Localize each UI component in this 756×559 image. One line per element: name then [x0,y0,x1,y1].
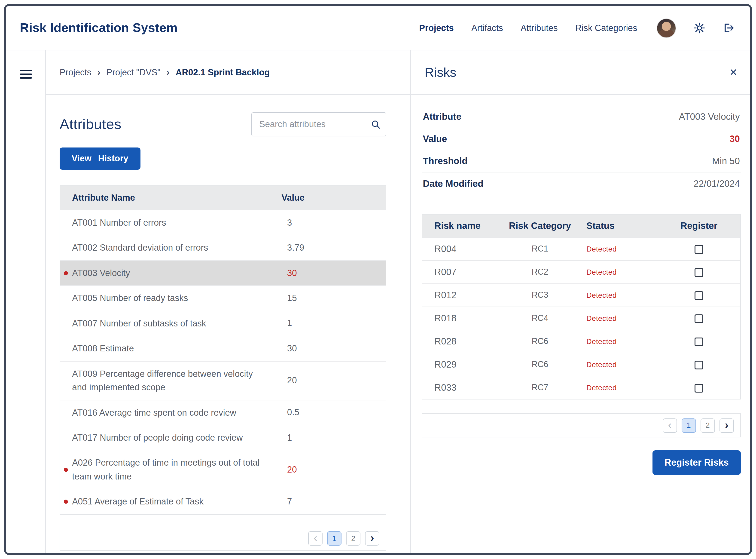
detail-label: Threshold [423,156,467,166]
attribute-row[interactable]: AT001 Number of errors 3 [60,210,386,235]
attribute-name-cell: AT001 Number of errors [60,210,275,235]
detail-label: Date Modified [423,178,483,189]
nav-projects[interactable]: Projects [419,23,454,33]
search-icon[interactable] [371,119,381,130]
register-checkbox[interactable] [694,337,703,346]
risk-name-cell: R029 [422,353,495,376]
top-header: Risk Identification System Projects Arti… [6,6,750,50]
detail-row-date-modified: Date Modified 22/01/2024 [422,173,741,195]
attribute-name: A026 Percentage of time in meetings out … [72,458,259,481]
attribute-name-cell: AT008 Estimate [60,336,275,361]
attribute-row[interactable]: AT005 Number of ready tasks 15 [60,286,386,311]
next-page-button[interactable]: › [719,418,734,432]
nav-attributes[interactable]: Attributes [521,23,558,33]
attribute-value-cell: 3.79 [275,237,386,259]
attribute-row[interactable]: AT007 Number of subtasks of task 1 [60,311,386,336]
attribute-details: Attribute AT003 Velocity Value 30 Thresh… [422,106,741,195]
attribute-name-cell: A051 Average of Estimate of Task [60,489,275,514]
page-2-button[interactable]: 2 [346,531,360,545]
nav-artifacts[interactable]: Artifacts [471,23,503,33]
nav-risk-categories[interactable]: Risk Categories [575,23,637,33]
risk-register-cell [658,284,740,307]
close-icon[interactable]: × [725,64,742,81]
register-checkbox[interactable] [694,314,703,323]
attribute-name-cell: AT007 Number of subtasks of task [60,311,275,336]
risk-row: R029 RC6 Detected [422,353,740,376]
attributes-toolbar: Attributes [60,112,386,136]
risk-category-cell: RC7 [495,377,584,399]
hamburger-menu-icon[interactable] [20,70,32,79]
attribute-value-cell: 20 [275,459,386,480]
breadcrumb: Projects › Project "DVS" › AR02.1 Sprint… [46,50,410,95]
attribute-row[interactable]: AT009 Percentage difference between velo… [60,361,386,400]
risks-table-header: Risk name Risk Category Status Register [422,215,740,237]
risk-status-badge: Detected [585,239,658,259]
risk-row: R018 RC4 Detected [422,307,740,330]
screenshot-stage: Risk Identification System Projects Arti… [0,0,756,559]
risk-category-cell: RC1 [495,238,584,260]
risk-category-cell: RC6 [495,331,584,352]
left-rail [6,50,46,553]
risk-row: R012 RC3 Detected [422,284,740,307]
register-checkbox[interactable] [694,268,703,277]
risks-pagination: ‹ 1 2 › [422,413,741,438]
risk-register-cell [658,307,740,330]
risk-row: R033 RC7 Detected [422,376,740,399]
page-1-button[interactable]: 1 [327,531,341,545]
attribute-row[interactable]: AT008 Estimate 30 [60,336,386,361]
risk-register-cell [658,330,740,353]
breadcrumb-projects[interactable]: Projects [60,67,91,77]
register-checkbox[interactable] [694,245,703,254]
attribute-row[interactable]: AT016 Average time spent on code review … [60,400,386,425]
attribute-value-cell: 0.5 [275,402,386,423]
risks-panel-header: Risks × [411,50,750,95]
attributes-pagination: ‹ 1 2 › [60,527,386,551]
attribute-name-cell: AT017 Number of people doing code review [60,425,275,450]
settings-gear-icon[interactable] [693,22,705,34]
attribute-name: AT003 Velocity [72,268,130,278]
col-status: Status [585,215,658,237]
logout-icon[interactable] [723,22,734,34]
breadcrumb-current-artifact: AR02.1 Sprint Backlog [175,67,270,77]
alert-dot-icon [64,271,68,275]
attribute-value-cell: 30 [275,338,386,359]
attribute-value-cell: 20 [275,370,386,391]
risks-panel: Risks × Attribute AT003 Velocity Value 3… [411,50,750,553]
risk-category-cell: RC2 [495,261,584,283]
breadcrumb-project-dvs[interactable]: Project "DVS" [107,67,161,77]
register-risks-button[interactable]: Register Risks [653,450,741,475]
attribute-row[interactable]: AT017 Number of people doing code review… [60,425,386,450]
register-checkbox[interactable] [694,361,703,370]
page-1-button[interactable]: 1 [682,418,696,432]
col-value: Value [275,186,386,210]
risk-status-badge: Detected [585,331,658,352]
attribute-value-cell: 7 [275,491,386,512]
attribute-value-cell: 1 [275,427,386,448]
next-page-button[interactable]: › [365,531,379,545]
user-avatar[interactable] [657,18,676,38]
risk-status-badge: Detected [585,354,658,375]
search-input[interactable] [252,112,386,136]
attribute-value-cell: 15 [275,288,386,309]
attribute-row[interactable]: AT002 Standard deviation of errors 3.79 [60,235,386,260]
prev-page-button[interactable]: ‹ [308,531,323,545]
attribute-row-selected[interactable]: AT003 Velocity 30 [60,260,386,286]
risk-name-cell: R033 [422,376,495,399]
attribute-row-flagged[interactable]: A051 Average of Estimate of Task 7 [60,489,386,514]
attribute-name-cell: AT002 Standard deviation of errors [60,236,275,260]
risk-name-cell: R018 [422,307,495,330]
app-title: Risk Identification System [20,21,178,35]
register-checkbox[interactable] [694,291,703,300]
attribute-row-flagged[interactable]: A026 Percentage of time in meetings out … [60,450,386,489]
risk-row: R028 RC6 Detected [422,330,740,353]
attribute-name-cell: AT016 Average time spent on code review [60,400,275,425]
attribute-name-cell: AT005 Number of ready tasks [60,286,275,311]
prev-page-button[interactable]: ‹ [663,418,677,432]
view-history-button[interactable]: View History [60,148,140,170]
attributes-body: Attributes View History [46,95,410,553]
attribute-value-cell: 30 [275,262,386,284]
detail-value-alert: 30 [730,134,740,144]
breadcrumb-separator-icon: › [167,67,170,78]
register-checkbox[interactable] [694,384,703,393]
page-2-button[interactable]: 2 [701,418,715,432]
